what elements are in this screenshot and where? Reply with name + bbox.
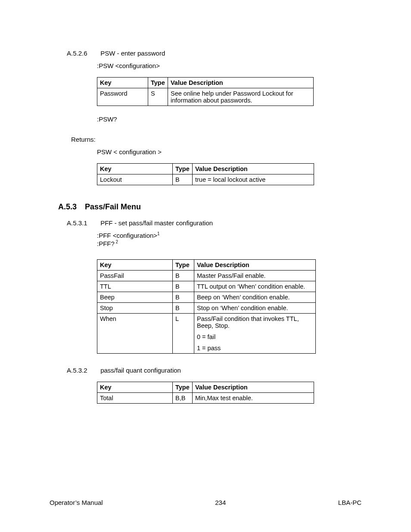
code-line: :PFF <configuration>1 — [97, 232, 361, 239]
cell-type: B — [173, 292, 194, 303]
table-row: Stop B Stop on ‘When’ condition enable. — [97, 303, 316, 314]
col-type: Type — [173, 382, 193, 393]
table-row: Lockout B true = local lockout active — [97, 174, 314, 185]
cell-key: Beep — [97, 292, 173, 303]
col-type: Type — [148, 78, 168, 88]
text: :PFF? — [97, 240, 115, 247]
heading-title: Pass/Fail Menu — [85, 202, 141, 211]
table-psw-return: Key Type Value Description Lockout B tru… — [97, 163, 314, 185]
col-key: Key — [97, 78, 148, 88]
page-footer: Operator’s Manual 234 LBA-PC — [0, 499, 411, 506]
heading-num: A.5.3.1 — [67, 219, 99, 227]
table-row: Password S See online help under Passwor… — [97, 88, 314, 106]
cell-value-line: 0 = fail — [197, 333, 313, 340]
cell-key: When — [97, 314, 173, 354]
footer-right: LBA-PC — [338, 499, 361, 506]
footer-page-number: 234 — [215, 499, 226, 506]
cell-type: S — [148, 88, 168, 106]
table-row: PassFail B Master Pass/Fail enable. — [97, 271, 316, 281]
cell-type: B — [173, 174, 193, 185]
cell-value: Min,Max test enable. — [193, 393, 314, 404]
heading-a532: A.5.3.2 pass/fail quant configuration — [67, 367, 361, 374]
table-header-row: Key Type Value Description — [97, 382, 314, 393]
cell-type: B — [173, 281, 194, 292]
cell-key: Lockout — [97, 174, 173, 185]
table-row: TTL B TTL output on ‘When’ condition ena… — [97, 281, 316, 292]
heading-num: A.5.2.6 — [67, 50, 99, 57]
heading-num: A.5.3 — [58, 202, 77, 212]
table-row: When L Pass/Fail condition that invokes … — [97, 314, 316, 354]
col-value: Value Description — [193, 164, 314, 174]
table-row: Beep B Beep on ‘When’ condition enable. — [97, 292, 316, 303]
cell-key: PassFail — [97, 271, 173, 281]
cell-value: Beep on ‘When’ condition enable. — [194, 292, 316, 303]
code-line: :PFF? 2 — [97, 240, 361, 247]
col-type: Type — [173, 260, 194, 271]
heading-a526: A.5.2.6 PSW - enter password — [67, 50, 361, 57]
cell-value-line: 1 = pass — [197, 345, 313, 352]
heading-title: PSW - enter password — [100, 50, 165, 57]
table-pfq: Key Type Value Description Total B,B Min… — [97, 382, 314, 404]
heading-a53: A.5.3 Pass/Fail Menu — [58, 202, 361, 212]
cell-type: B — [173, 303, 194, 314]
returns-label: Returns: — [71, 136, 361, 143]
col-type: Type — [173, 164, 193, 174]
col-key: Key — [97, 260, 173, 271]
cell-type: B — [173, 271, 194, 281]
code-line: :PSW <configuration> — [97, 62, 361, 69]
col-value: Value Description — [168, 78, 314, 88]
cell-value: Master Pass/Fail enable. — [194, 271, 316, 281]
heading-title: pass/fail quant configuration — [100, 367, 181, 374]
cell-key: Total — [97, 393, 173, 404]
cell-value: Pass/Fail condition that invokes TTL, Be… — [194, 314, 316, 354]
code-line: :PSW? — [97, 115, 361, 123]
cell-value: true = local lockout active — [193, 174, 314, 185]
cell-type: B,B — [173, 393, 193, 404]
col-value: Value Description — [194, 260, 316, 271]
table-header-row: Key Type Value Description — [97, 78, 314, 88]
table-pff: Key Type Value Description PassFail B Ma… — [97, 259, 316, 354]
cell-value: TTL output on ‘When’ condition enable. — [194, 281, 316, 292]
table-header-row: Key Type Value Description — [97, 260, 316, 271]
heading-a531: A.5.3.1 PFF - set pass/fail master confi… — [67, 219, 361, 227]
footnote-ref: 2 — [115, 240, 118, 244]
col-value: Value Description — [193, 382, 314, 393]
cell-type: L — [173, 314, 194, 354]
footer-left: Operator’s Manual — [50, 499, 103, 506]
table-psw-set: Key Type Value Description Password S Se… — [97, 77, 314, 106]
col-key: Key — [97, 164, 173, 174]
cell-value: See online help under Password Lockout f… — [168, 88, 314, 106]
text: :PFF <configuration> — [97, 232, 157, 239]
cell-value: Stop on ‘When’ condition enable. — [194, 303, 316, 314]
footnote-ref: 1 — [157, 231, 160, 236]
heading-title: PFF - set pass/fail master configuration — [100, 219, 213, 227]
code-line: PSW < configuration > — [97, 148, 361, 156]
heading-num: A.5.3.2 — [67, 367, 99, 374]
cell-key: TTL — [97, 281, 173, 292]
cell-value-line: Pass/Fail condition that invokes TTL, Be… — [197, 315, 313, 329]
page: A.5.2.6 PSW - enter password :PSW <confi… — [0, 0, 411, 532]
cell-key: Password — [97, 88, 148, 106]
cell-key: Stop — [97, 303, 173, 314]
table-row: Total B,B Min,Max test enable. — [97, 393, 314, 404]
table-header-row: Key Type Value Description — [97, 164, 314, 174]
col-key: Key — [97, 382, 173, 393]
